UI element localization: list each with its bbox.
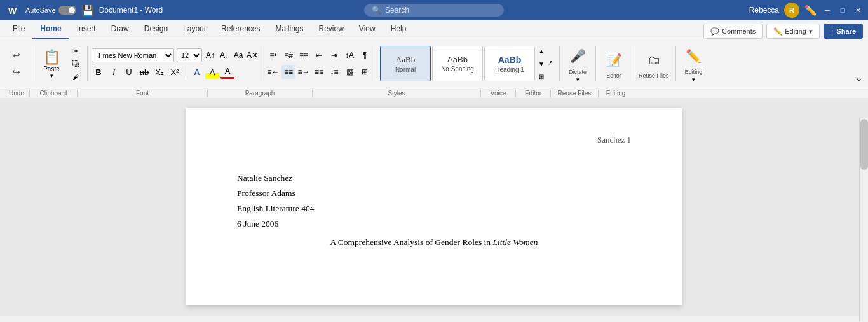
decrease-indent-button[interactable]: ⇤ xyxy=(312,48,326,62)
underline-button[interactable]: U xyxy=(122,65,136,79)
line-spacing-button[interactable]: ↕≡ xyxy=(327,65,341,79)
close-button[interactable]: ✕ xyxy=(853,5,863,15)
tab-file[interactable]: File xyxy=(5,20,32,39)
shading-button[interactable]: ▧ xyxy=(342,65,356,79)
avatar: R xyxy=(784,3,799,18)
copy-button[interactable]: ⿻ xyxy=(68,58,83,69)
editor-group: 📝 Editor xyxy=(600,46,628,81)
redo-button[interactable]: ↪ xyxy=(8,64,25,80)
tab-design[interactable]: Design xyxy=(137,20,175,39)
styles-scroll-down[interactable]: ▼ xyxy=(536,59,546,69)
font-format-row: B I U ab X₂ X² A A A xyxy=(92,65,258,79)
multilevel-button[interactable]: ≡≡ xyxy=(297,48,311,62)
bullets-button[interactable]: ≡• xyxy=(266,48,280,62)
style-nospacing-item[interactable]: AaBb No Spacing xyxy=(432,46,483,81)
styles-expand[interactable]: ↗ xyxy=(548,59,555,69)
highlight-button[interactable]: A xyxy=(205,65,219,79)
vertical-scrollbar[interactable] xyxy=(859,118,868,316)
font-color-button[interactable]: A xyxy=(220,65,234,79)
font-group: Times New Roman 12 A↑ A↓ Aa A✕ B I U ab … xyxy=(92,48,258,79)
tab-home[interactable]: Home xyxy=(32,20,69,39)
paragraph-section-label: Paragraph xyxy=(209,90,311,97)
editor-section-label: Editor xyxy=(517,90,549,97)
editing-chevron: ▾ xyxy=(692,76,695,83)
share-button[interactable]: ↑ Share xyxy=(824,24,863,39)
font-family-select[interactable]: Times New Roman xyxy=(92,48,174,62)
reuse-files-group: 🗂 Reuse Files xyxy=(636,46,672,81)
paragraph-row2: ≡← ≡≡ ≡→ ≡≡ ↕≡ ▧ ⊞ xyxy=(266,65,372,79)
save-icon[interactable]: 💾 xyxy=(81,4,94,17)
editor-button[interactable]: 📝 xyxy=(602,48,625,71)
bold-button[interactable]: B xyxy=(92,65,105,79)
doc-title-line: A Comprehensive Analysis of Gender Roles… xyxy=(237,236,631,249)
reuse-files-button[interactable]: 🗂 xyxy=(642,48,665,71)
tab-layout[interactable]: Layout xyxy=(175,20,214,39)
clear-format-button[interactable]: A✕ xyxy=(247,50,258,61)
dictate-button[interactable]: 🎤 xyxy=(566,45,589,67)
ribbon-expand[interactable]: ⌄ xyxy=(855,73,863,85)
align-center-button[interactable]: ≡≡ xyxy=(281,65,295,79)
subscript-button[interactable]: X₂ xyxy=(153,65,166,79)
tab-references[interactable]: References xyxy=(214,20,268,39)
increase-font-button[interactable]: A↑ xyxy=(205,50,216,61)
minimize-button[interactable]: ─ xyxy=(822,5,832,15)
style-normal-item[interactable]: AaBb Normal xyxy=(380,46,431,81)
tab-insert[interactable]: Insert xyxy=(69,20,104,39)
cut-button[interactable]: ✂ xyxy=(68,45,83,57)
numbering-button[interactable]: ≡# xyxy=(281,48,295,62)
search-input[interactable] xyxy=(385,6,487,15)
style-heading1-item[interactable]: AaBb Heading 1 xyxy=(484,46,535,81)
word-logo: W xyxy=(5,3,20,18)
comment-icon: 💬 xyxy=(710,27,719,36)
maximize-button[interactable]: □ xyxy=(837,5,848,15)
course-line: English Literature 404 xyxy=(237,202,631,215)
editing-mode-button[interactable]: ✏️ Editing ▾ xyxy=(766,24,820,39)
align-left-button[interactable]: ≡← xyxy=(266,65,280,79)
borders-button[interactable]: ⊞ xyxy=(358,65,372,79)
align-right-button[interactable]: ≡→ xyxy=(297,65,311,79)
format-painter-button[interactable]: 🖌 xyxy=(68,71,83,82)
chevron-down-icon: ▾ xyxy=(809,27,813,36)
separator-3 xyxy=(262,46,262,81)
document-page[interactable]: Sanchez 1 Natalie Sanchez Professor Adam… xyxy=(186,108,682,305)
tab-review[interactable]: Review xyxy=(311,20,351,39)
paragraph-row1: ≡• ≡# ≡≡ ⇤ ⇥ ↕A ¶ xyxy=(266,48,372,62)
superscript-button[interactable]: X² xyxy=(168,65,182,79)
title-bar-center: 🔍 xyxy=(220,4,649,17)
undo-button[interactable]: ↩ xyxy=(8,48,25,63)
tab-view[interactable]: View xyxy=(351,20,383,39)
tab-mailings[interactable]: Mailings xyxy=(268,20,311,39)
paste-button[interactable]: 📋 Paste ▾ xyxy=(36,45,67,82)
autosave-switch[interactable] xyxy=(58,6,76,15)
show-marks-button[interactable]: ¶ xyxy=(358,48,372,62)
author-line: Natalie Sanchez xyxy=(237,172,631,185)
pencil-icon: ✏️ xyxy=(773,27,782,36)
tab-draw[interactable]: Draw xyxy=(104,20,137,39)
increase-indent-button[interactable]: ⇥ xyxy=(327,48,341,62)
decrease-font-button[interactable]: A↓ xyxy=(219,50,230,61)
italic-button[interactable]: I xyxy=(107,65,121,79)
editing-action-label: Editing xyxy=(685,69,703,75)
justify-button[interactable]: ≡≡ xyxy=(312,65,326,79)
strikethrough-button[interactable]: ab xyxy=(137,65,151,79)
undo-group: ↩ ↪ xyxy=(5,45,28,82)
editing-group: ✏️ Editing ▾ xyxy=(680,42,708,85)
scrollbar-thumb[interactable] xyxy=(860,119,868,170)
section-labels-row: Undo Clipboard Font Paragraph Styles Voi… xyxy=(0,88,868,98)
change-case-button[interactable]: Aa xyxy=(233,50,244,61)
autosave-toggle: AutoSave xyxy=(25,6,76,15)
tab-help[interactable]: Help xyxy=(383,20,414,39)
text-effects-button[interactable]: A xyxy=(190,65,204,79)
date-line: 6 June 2006 xyxy=(237,218,631,230)
edit-pen-icon[interactable]: ✏️ xyxy=(804,4,817,17)
voice-group: 🎤 Dictate ▾ xyxy=(564,42,592,85)
styles-scroll-up[interactable]: ▲ xyxy=(536,46,546,56)
separator-8 xyxy=(675,46,676,81)
search-bar[interactable]: 🔍 xyxy=(364,4,504,17)
styles-more-button[interactable]: ⊞ xyxy=(536,71,546,81)
paste-icon: 📋 xyxy=(43,49,60,66)
comments-button[interactable]: 💬 Comments xyxy=(703,24,763,39)
editing-action-button[interactable]: ✏️ xyxy=(682,45,705,67)
font-size-select[interactable]: 12 xyxy=(177,48,202,62)
sort-button[interactable]: ↕A xyxy=(342,48,356,62)
